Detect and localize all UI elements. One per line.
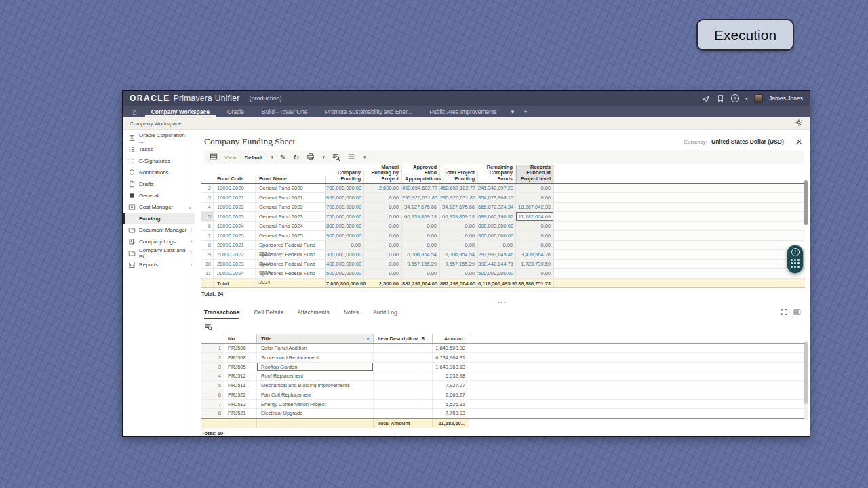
record-no-cell[interactable]: PRJ522 bbox=[224, 390, 257, 399]
funding-row[interactable]: 5 10000.2023 General Fund 2023 750,000,0… bbox=[201, 212, 805, 222]
row-number-cell[interactable]: 3 bbox=[201, 363, 224, 371]
manual-funding-cell[interactable]: 0.00 bbox=[364, 241, 402, 249]
approved-appropriations-cell[interactable]: 34,127,675.66 bbox=[402, 203, 440, 211]
manual-funding-cell[interactable]: 0.00 bbox=[364, 212, 402, 221]
company-funding-cell[interactable]: 300,000,000.00 bbox=[326, 250, 364, 259]
fund-code-cell[interactable]: 20000.2021 bbox=[214, 241, 256, 249]
row-number-cell[interactable]: 2 bbox=[201, 184, 214, 192]
tab-public-area-improvements[interactable]: Public Area Improvements bbox=[420, 106, 505, 117]
tabs-chevron-down-icon[interactable]: ▾ bbox=[511, 108, 515, 115]
tab-audit-log[interactable]: Audit Log bbox=[373, 309, 397, 319]
manual-funding-cell[interactable]: 0.00 bbox=[364, 260, 402, 268]
transaction-row[interactable]: 6 PRJ522 Fan Coil Replacement 2,665.27 bbox=[201, 390, 805, 400]
menu-icon[interactable] bbox=[347, 152, 355, 162]
fund-code-cell[interactable]: 10000.2021 bbox=[214, 193, 256, 202]
tab-transactions[interactable]: Transactions bbox=[204, 309, 239, 319]
sidebar-item-drafts[interactable]: Drafts bbox=[123, 178, 195, 190]
announcements-icon[interactable] bbox=[701, 94, 710, 103]
fund-code-cell[interactable]: 10000.2020 bbox=[214, 184, 256, 192]
col-approved-appropriations[interactable]: Approved Fund Appropriations bbox=[402, 165, 440, 183]
fund-name-cell[interactable]: General Fund 2020 bbox=[256, 184, 326, 192]
item-description-cell[interactable] bbox=[374, 363, 418, 371]
title-cell[interactable]: Electrical Upgrade bbox=[257, 409, 374, 418]
expand-icon[interactable] bbox=[781, 308, 788, 317]
title-cell[interactable]: Mechanical and Building Improvements bbox=[257, 381, 374, 390]
record-no-cell[interactable]: PRJ513 bbox=[224, 400, 257, 409]
dots-grid-icon[interactable] bbox=[791, 259, 800, 268]
record-no-cell[interactable]: PRJ512 bbox=[224, 371, 257, 380]
fund-name-cell[interactable]: Sponsored Federal Fund 2021 bbox=[256, 241, 326, 249]
records-funded-cell[interactable]: 0.00 bbox=[516, 231, 554, 240]
remaining-funds-cell[interactable]: 0.00 bbox=[478, 241, 516, 249]
tab-attachments[interactable]: Attachments bbox=[297, 309, 329, 319]
fund-code-cell[interactable]: 20000.2022 bbox=[214, 250, 256, 259]
fund-code-cell[interactable]: 20000.2023 bbox=[214, 260, 256, 268]
total-project-funding-cell[interactable]: 34,127,675.66 bbox=[440, 203, 478, 211]
add-tab-button[interactable]: + bbox=[524, 108, 527, 115]
row-number-cell[interactable]: 5 bbox=[201, 381, 224, 390]
amount-cell[interactable]: 6,734,904.31 bbox=[433, 353, 469, 362]
status-cell[interactable] bbox=[418, 353, 433, 362]
company-funding-cell[interactable]: 700,000,000.00 bbox=[326, 203, 364, 211]
records-funded-cell[interactable]: 0.00 bbox=[516, 241, 554, 249]
company-funding-cell[interactable]: 0.00 bbox=[326, 241, 364, 249]
company-funding-cell[interactable]: 400,000,000.00 bbox=[326, 260, 364, 268]
remaining-funds-cell[interactable]: 689,060,190.82 bbox=[478, 212, 516, 221]
sidebar-item-cost-manager[interactable]: $ Cost Manager ⌄ bbox=[123, 201, 195, 213]
total-project-funding-cell[interactable]: 295,926,031.85 bbox=[440, 193, 478, 202]
total-project-funding-cell[interactable]: 6,006,354.54 bbox=[440, 250, 478, 259]
amount-cell[interactable]: 2,665.27 bbox=[433, 390, 469, 399]
close-icon[interactable]: ✕ bbox=[795, 138, 804, 146]
record-no-cell[interactable]: PRJ508 bbox=[224, 353, 257, 362]
title-cell[interactable]: Scoreboard Replacement bbox=[257, 353, 374, 362]
fund-name-cell[interactable]: General Fund 2023 bbox=[256, 212, 326, 221]
row-number-cell[interactable]: 2 bbox=[201, 353, 224, 362]
col-fund-code[interactable]: Fund Code bbox=[214, 176, 256, 183]
status-cell[interactable] bbox=[418, 381, 433, 390]
transaction-row[interactable]: 7 PRJ513 Energy Conservation Project 5,5… bbox=[201, 400, 805, 409]
find-on-page-icon[interactable] bbox=[204, 323, 213, 333]
sidebar-item-esignatures[interactable]: E-Signatures bbox=[123, 155, 195, 167]
total-project-funding-cell[interactable]: 0.00 bbox=[440, 241, 478, 249]
columns-icon[interactable] bbox=[793, 308, 801, 317]
fund-code-cell[interactable]: 10000.2025 bbox=[214, 231, 256, 240]
sidebar-item-company[interactable]: Oracle Corporation - ... bbox=[123, 132, 195, 144]
splitter-handle-icon[interactable]: ••• bbox=[498, 300, 507, 304]
status-cell[interactable] bbox=[418, 400, 433, 409]
fund-code-cell[interactable]: 10000.2024 bbox=[214, 222, 256, 230]
sidebar-item-company-logs[interactable]: Company Logs › bbox=[123, 236, 195, 247]
record-no-cell[interactable]: PRJ511 bbox=[224, 381, 257, 390]
funding-row[interactable]: 9 20000.2022 Sponsored Federal Fund 2022… bbox=[201, 250, 805, 260]
row-number-cell[interactable]: 6 bbox=[201, 390, 224, 399]
view-chevron-down-icon[interactable]: ▾ bbox=[271, 155, 274, 160]
find-on-page-icon[interactable] bbox=[332, 152, 340, 163]
tab-company-workspace[interactable]: Company Workspace bbox=[142, 106, 218, 117]
fund-code-cell[interactable]: 10000.2023 bbox=[214, 212, 256, 221]
records-funded-cell[interactable]: 0.00 bbox=[516, 222, 554, 230]
funding-row[interactable]: 8 20000.2021 Sponsored Federal Fund 2021… bbox=[201, 241, 805, 250]
row-number-cell[interactable]: 1 bbox=[201, 344, 224, 352]
assistance-widget[interactable]: i bbox=[787, 245, 804, 274]
fund-name-cell[interactable]: Sponsored Federal Fund 2024 bbox=[256, 269, 326, 278]
records-funded-cell[interactable]: 1,723,739.59 bbox=[516, 260, 554, 268]
company-funding-cell[interactable]: 750,000,000.00 bbox=[326, 212, 364, 221]
manual-funding-cell[interactable]: 0.00 bbox=[364, 203, 402, 211]
item-description-cell[interactable] bbox=[374, 371, 418, 380]
fund-code-cell[interactable]: 20000.2024 bbox=[214, 269, 256, 278]
col-title[interactable]: Title▼ bbox=[257, 334, 374, 343]
company-funding-cell[interactable]: 900,000,000.00 bbox=[326, 231, 364, 240]
chevron-right-icon[interactable]: › bbox=[191, 262, 192, 267]
col-records-funded[interactable]: Records Funded at Project level bbox=[516, 165, 554, 183]
title-cell[interactable]: Fan Coil Replacement bbox=[257, 390, 374, 399]
item-description-cell[interactable] bbox=[374, 344, 418, 352]
col-remaining-company-funds[interactable]: Remaining Company Funds bbox=[478, 165, 516, 183]
col-status[interactable]: S... bbox=[418, 334, 433, 343]
bookmark-icon[interactable] bbox=[716, 94, 725, 103]
transaction-row[interactable]: 8 PRJ521 Electrical Upgrade 7,753.83 bbox=[201, 409, 805, 418]
title-cell[interactable]: Rooftop Garden bbox=[257, 363, 374, 371]
status-cell[interactable] bbox=[418, 371, 433, 380]
row-number-cell[interactable]: 7 bbox=[201, 400, 224, 409]
manual-funding-cell[interactable]: 0.00 bbox=[364, 250, 402, 259]
approved-appropriations-cell[interactable]: 295,926,031.85 bbox=[402, 193, 440, 202]
chevron-right-icon[interactable]: › bbox=[191, 239, 192, 244]
